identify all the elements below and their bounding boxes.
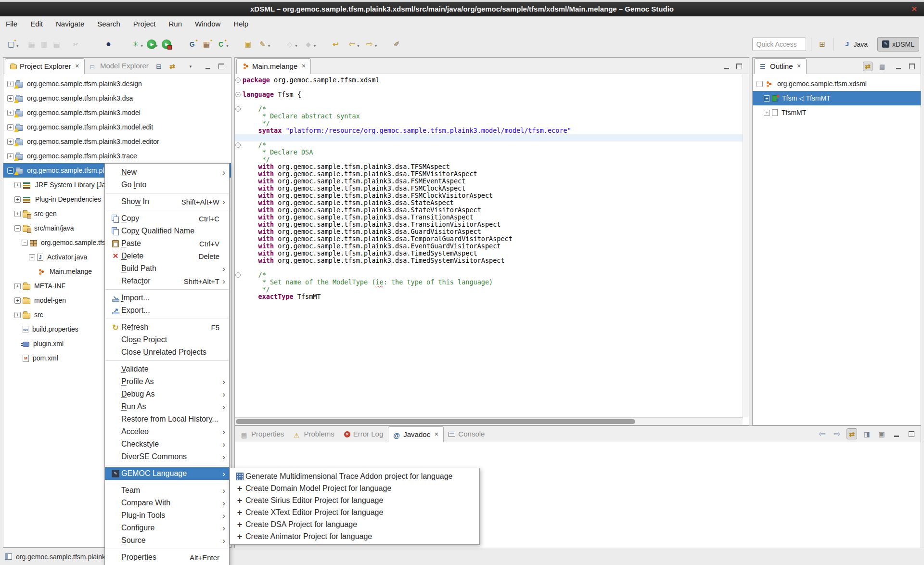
new-wizard-button[interactable] [5, 39, 17, 50]
horizontal-scrollbar-thumb[interactable] [236, 419, 635, 424]
menu-run[interactable]: Run [168, 20, 182, 28]
minimize-icon[interactable] [891, 428, 902, 439]
menu-item-copy-qualified-name[interactable]: Copy Qualified Name [105, 225, 229, 237]
submenu-item-create-dsa-project-for-language[interactable]: Create DSA Project for language [230, 518, 479, 530]
menu-item-run-as[interactable]: Run As› [105, 400, 229, 413]
collapse-icon[interactable]: − [7, 167, 13, 174]
window-titlebar[interactable]: xDSML – org.gemoc.sample.tfsm.plaink3.xd… [0, 2, 924, 16]
close-icon[interactable]: ✕ [797, 63, 801, 69]
expand-icon[interactable]: + [7, 139, 13, 145]
minimize-icon[interactable] [894, 62, 903, 71]
fold-collapse-icon[interactable]: − [235, 142, 241, 148]
menu-search[interactable]: Search [97, 20, 120, 28]
menu-item-acceleo[interactable]: Acceleo› [105, 425, 229, 438]
pin-editor-button[interactable] [390, 39, 403, 50]
tab-console[interactable]: Console [444, 426, 489, 442]
menu-file[interactable]: File [6, 20, 17, 28]
new-gemoc-project-button[interactable] [186, 39, 198, 50]
maximize-icon[interactable] [907, 62, 917, 71]
fold-collapse-icon[interactable]: − [235, 106, 241, 112]
tab-model-explorer[interactable]: Model Explorer [85, 58, 154, 74]
print-button[interactable] [51, 39, 63, 50]
outline-tree-item-tfsm-tfsmmt[interactable]: +Tfsm ◁ TfsmMT [753, 91, 921, 105]
submenu-item-generate-multidimensional-trace-addon-project-for-language[interactable]: Generate Multidimensional Trace Addon pr… [230, 470, 479, 482]
close-icon[interactable]: ✕ [301, 63, 306, 69]
menu-item-refactor[interactable]: RefactorShift+Alt+T› [105, 275, 229, 287]
menu-item-source[interactable]: Source› [105, 534, 229, 547]
menu-item-close-unrelated-projects[interactable]: Close Unrelated Projects [105, 346, 229, 359]
quick-access-input[interactable] [752, 38, 806, 51]
menu-item-delete[interactable]: DeleteDelete [105, 250, 229, 262]
project-tree-item-org-gemoc-sample-tfsm-plaink3-model-editor[interactable]: +org.gemoc.sample.tfsm.plaink3.model.edi… [3, 134, 231, 149]
menu-item-plug-in-tools[interactable]: Plug-in Tools› [105, 509, 229, 522]
menu-item-new[interactable]: New› [105, 166, 229, 179]
menu-item-gemoc-language[interactable]: GEMOC Language› [105, 467, 229, 480]
fold-collapse-icon[interactable]: − [235, 92, 241, 97]
next-annotation-button[interactable] [283, 39, 296, 50]
expand-icon[interactable]: + [14, 182, 21, 188]
expand-icon[interactable]: + [29, 254, 35, 260]
tab-javadoc[interactable]: Javadoc✕ [388, 426, 444, 442]
menu-item-go-into[interactable]: Go Into [105, 179, 229, 191]
menu-item-export[interactable]: Export... [105, 304, 229, 317]
submenu-item-create-animator-project-for-language[interactable]: Create Animator Project for language [230, 530, 479, 542]
previous-annotation-button[interactable] [302, 39, 315, 50]
expand-icon[interactable]: + [14, 211, 21, 217]
run-button[interactable] [147, 39, 156, 49]
menu-item-refresh[interactable]: RefreshF5 [105, 321, 229, 334]
expand-icon[interactable]: + [14, 312, 21, 318]
editor-horizontal-scrollbar[interactable] [235, 417, 743, 425]
collapse-icon[interactable]: − [22, 240, 28, 246]
maximize-icon[interactable] [734, 62, 744, 71]
submenu-item-create-sirius-editor-project-for-language[interactable]: Create Sirius Editor Project for languag… [230, 494, 479, 506]
open-attached-javadoc-icon[interactable] [861, 428, 872, 439]
menu-item-build-path[interactable]: Build Path› [105, 262, 229, 275]
open-perspective-button[interactable] [816, 39, 829, 50]
gemoc-engine-button[interactable] [103, 39, 115, 50]
menu-item-debug-as[interactable]: Debug As› [105, 388, 229, 400]
maximize-icon[interactable] [906, 428, 917, 439]
collapse-all-icon[interactable] [154, 62, 164, 71]
expand-icon[interactable]: + [14, 283, 21, 289]
navigate-back-icon[interactable] [817, 428, 827, 439]
coverage-button[interactable] [162, 39, 171, 49]
external-tools-button[interactable] [129, 39, 142, 50]
tab-outline[interactable]: Outline ✕ [754, 58, 807, 74]
editor-text-area[interactable]: −package org.gemoc.sample.tfsm.xdsml−lan… [235, 74, 743, 417]
menu-item-copy[interactable]: CopyCtrl+C [105, 212, 229, 225]
expand-icon[interactable]: + [14, 297, 21, 304]
back-button[interactable] [346, 39, 358, 50]
menu-item-restore-from-local-history[interactable]: Restore from Local History... [105, 413, 229, 425]
menu-item-team[interactable]: Team› [105, 484, 229, 497]
expand-icon[interactable]: + [7, 124, 13, 130]
menu-item-close-project[interactable]: Close Project [105, 334, 229, 346]
tab-error-log[interactable]: Error Log [339, 426, 388, 442]
submenu-item-create-domain-model-project-for-language[interactable]: Create Domain Model Project for language [230, 482, 479, 494]
expand-icon[interactable]: + [7, 81, 13, 87]
tab-project-explorer[interactable]: Project Explorer ✕ [5, 58, 85, 74]
tab-properties[interactable]: Properties [236, 426, 289, 442]
menu-help[interactable]: Help [233, 20, 248, 28]
save-button[interactable] [26, 39, 38, 50]
close-icon[interactable]: ✕ [434, 431, 438, 437]
menu-item-validate[interactable]: Validate [105, 363, 229, 375]
perspective-java-button[interactable]: J Java [839, 37, 873, 51]
menu-window[interactable]: Window [195, 20, 220, 28]
expand-icon[interactable]: + [14, 196, 21, 203]
minimize-icon[interactable] [203, 62, 213, 71]
window-close-icon[interactable]: ✕ [911, 5, 917, 13]
menu-item-import[interactable]: Import... [105, 292, 229, 304]
open-task-button[interactable] [242, 39, 255, 50]
tab-main-melange[interactable]: Main.melange ✕ [236, 58, 311, 74]
expand-icon[interactable]: + [7, 110, 13, 116]
view-menu-icon[interactable] [186, 62, 195, 71]
last-edit-location-button[interactable] [329, 39, 342, 50]
collapse-icon[interactable]: − [757, 81, 763, 87]
project-tree-item-org-gemoc-sample-tfsm-plaink3-model[interactable]: +org.gemoc.sample.tfsm.plaink3.model [3, 105, 231, 120]
submenu-item-create-xtext-editor-project-for-language[interactable]: Create XText Editor Project for language [230, 506, 479, 518]
project-tree-item-org-gemoc-sample-tfsm-plaink3-design[interactable]: +org.gemoc.sample.tfsm.plaink3.design [3, 77, 231, 91]
sort-icon[interactable] [877, 62, 887, 71]
menu-navigate[interactable]: Navigate [56, 20, 84, 28]
maximize-icon[interactable] [217, 62, 226, 71]
project-tree-item-org-gemoc-sample-tfsm-plaink3-dsa[interactable]: +org.gemoc.sample.tfsm.plaink3.dsa [3, 91, 231, 105]
